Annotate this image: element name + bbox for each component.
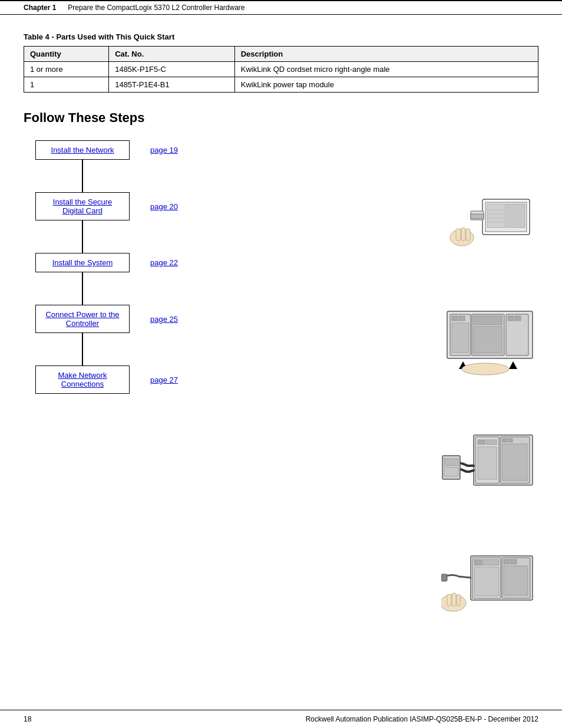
step3-page-ref[interactable]: page 22	[150, 258, 178, 267]
svg-rect-17	[459, 316, 465, 321]
svg-marker-26	[509, 361, 517, 369]
step1-link[interactable]: Install the Network	[51, 146, 114, 154]
device-illustration-2	[441, 299, 538, 376]
step2-box[interactable]: Install the Secure Digital Card	[35, 192, 130, 220]
step5-box[interactable]: Make Network Connections	[35, 365, 130, 394]
svg-rect-3	[506, 204, 525, 228]
flow-diagram: Install the Network page 19 Install t	[24, 140, 538, 394]
svg-rect-23	[508, 316, 514, 321]
step5-page-ref[interactable]: page 27	[150, 375, 178, 384]
svg-rect-16	[452, 316, 458, 321]
svg-rect-52	[452, 593, 456, 606]
svg-rect-44	[474, 567, 499, 596]
device-illustration-1	[447, 193, 538, 252]
connector2	[82, 220, 83, 253]
table-row: 1 or more 1485K-P1F5-C KwikLink QD cords…	[24, 62, 538, 77]
parts-table: Quantity Cat. No. Description 1 or more …	[24, 46, 538, 93]
step4-box[interactable]: Connect Power to the Controller	[35, 305, 130, 333]
svg-rect-42	[474, 559, 482, 565]
svg-rect-24	[515, 316, 521, 321]
section-title: Follow These Steps	[24, 110, 538, 126]
row1-desc: KwikLink QD cordset micro right-angle ma…	[234, 62, 538, 77]
step3-link[interactable]: Install the System	[52, 258, 113, 267]
svg-rect-21	[474, 327, 502, 353]
svg-rect-36	[502, 444, 527, 480]
connector3	[82, 272, 83, 305]
svg-rect-30	[478, 440, 485, 444]
svg-rect-20	[474, 316, 502, 325]
chapter-label: Chapter 1	[24, 4, 56, 12]
col-catno: Cat. No.	[109, 47, 235, 62]
svg-point-27	[462, 363, 509, 375]
publication-info: Rockwell Automation Publication IASIMP-Q…	[306, 715, 538, 723]
step3-box[interactable]: Install the System	[35, 253, 130, 272]
col-description: Description	[234, 47, 538, 62]
step1-page-ref[interactable]: page 19	[150, 146, 178, 154]
svg-rect-12	[466, 229, 470, 241]
svg-rect-48	[504, 566, 528, 595]
step2-page-ref[interactable]: page 20	[150, 202, 178, 211]
col-quantity: Quantity	[24, 47, 109, 62]
row2-catno: 1485T-P1E4-B1	[109, 77, 235, 93]
connector1	[82, 160, 83, 192]
table-row: 1 1485T-P1E4-B1 KwikLink power tap modul…	[24, 77, 538, 93]
svg-rect-13	[471, 214, 484, 219]
row2-qty: 1	[24, 77, 109, 93]
step1-box[interactable]: Install the Network	[35, 140, 130, 160]
svg-rect-34	[502, 439, 507, 442]
illustrations-column	[259, 140, 538, 394]
svg-rect-32	[478, 447, 497, 479]
svg-rect-31	[486, 440, 497, 444]
svg-rect-11	[461, 228, 465, 241]
svg-rect-46	[504, 559, 510, 564]
step5-link[interactable]: Make Network Connections	[58, 371, 107, 388]
device-illustration-4	[441, 553, 538, 624]
step4-page-ref[interactable]: page 25	[150, 315, 178, 324]
content-area: Table 4 - Parts Used with This Quick Sta…	[0, 15, 562, 417]
row1-qty: 1 or more	[24, 62, 109, 77]
svg-rect-2	[487, 204, 505, 228]
svg-rect-43	[484, 559, 499, 565]
footer: 18 Rockwell Automation Publication IASIM…	[0, 710, 562, 728]
svg-rect-51	[447, 594, 451, 606]
step4-image	[441, 429, 538, 508]
svg-rect-39	[444, 467, 458, 476]
step3-image	[441, 299, 538, 378]
step2-link[interactable]: Install the Secure Digital Card	[53, 197, 112, 215]
chapter-title: Prepare the CompactLogix 5370 L2 Control…	[68, 4, 244, 12]
row1-catno: 1485K-P1F5-C	[109, 62, 235, 77]
table-title: Table 4 - Parts Used with This Quick Sta…	[24, 32, 538, 41]
page: Chapter 1 Prepare the CompactLogix 5370 …	[0, 0, 562, 728]
step4-link[interactable]: Connect Power to the Controller	[45, 310, 119, 328]
svg-rect-47	[511, 559, 517, 564]
svg-rect-53	[457, 594, 460, 606]
svg-rect-18	[452, 323, 469, 353]
step5-image	[441, 553, 538, 625]
device-illustration-3	[441, 429, 538, 506]
step2-image	[447, 193, 538, 254]
svg-rect-38	[444, 459, 458, 466]
row2-desc: KwikLink power tap module	[234, 77, 538, 93]
page-number: 18	[24, 715, 31, 723]
svg-rect-35	[508, 439, 513, 442]
svg-rect-49	[441, 574, 447, 581]
svg-rect-10	[456, 229, 461, 241]
header-bar: Chapter 1 Prepare the CompactLogix 5370 …	[0, 0, 562, 15]
connector4	[82, 333, 83, 365]
